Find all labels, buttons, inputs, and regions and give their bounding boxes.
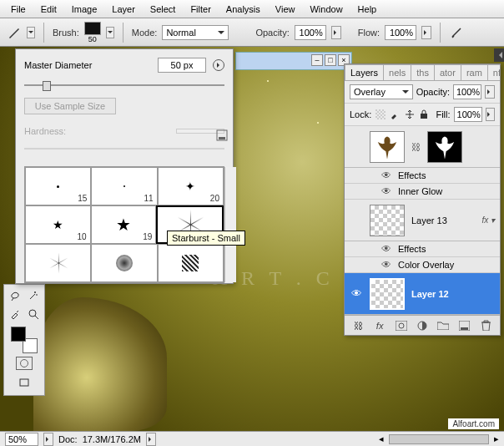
scroll-left-icon[interactable]: ◂ (379, 433, 384, 444)
brush-tool-icon[interactable] (7, 25, 22, 40)
layer-opacity-stepper[interactable] (485, 85, 495, 99)
visibility-icon[interactable]: 👁 (380, 243, 393, 255)
layer-mask-thumbnail[interactable] (427, 131, 462, 163)
menu-help[interactable]: Help (350, 2, 385, 17)
color-swatches[interactable] (11, 327, 38, 353)
menu-file[interactable]: File (3, 2, 33, 17)
panel-collapse-icon[interactable] (494, 48, 504, 62)
menu-image[interactable]: Image (64, 2, 105, 17)
blend-mode-select[interactable]: Normal (162, 25, 229, 40)
screen-mode-icon[interactable] (15, 373, 33, 392)
layer-mask-icon[interactable] (395, 319, 408, 332)
tab-layers[interactable]: Layers × (345, 64, 384, 80)
new-preset-icon[interactable] (216, 129, 228, 141)
brush-preset[interactable] (158, 244, 224, 282)
brush-preset[interactable]: ★19 (91, 205, 157, 244)
menu-edit[interactable]: Edit (33, 2, 64, 17)
brush-preset[interactable] (25, 244, 91, 282)
zoom-tool-icon[interactable] (24, 305, 43, 323)
master-diameter-field[interactable]: 50 px (158, 58, 206, 73)
svg-rect-7 (421, 114, 427, 119)
lock-transparency-icon[interactable] (375, 109, 386, 120)
tab-paths[interactable]: ths (411, 64, 435, 80)
document-tab[interactable]: – □ × (235, 52, 352, 70)
menu-select[interactable]: Select (143, 2, 184, 17)
quick-mask-icon[interactable] (16, 357, 33, 370)
layer-name[interactable]: Layer 13 (411, 215, 475, 226)
layer-item[interactable]: Layer 13 fx ▾ (345, 200, 500, 241)
brush-preset[interactable] (91, 244, 157, 282)
brush-preview-icon[interactable] (84, 22, 101, 35)
lock-position-icon[interactable] (404, 109, 415, 120)
hardness-slider (24, 143, 224, 155)
horizontal-scrollbar[interactable] (389, 434, 489, 444)
adjustment-layer-icon[interactable] (416, 319, 429, 332)
zoom-field[interactable]: 50% (5, 433, 38, 446)
magic-wand-tool-icon[interactable] (24, 286, 43, 305)
doc-info-menu[interactable] (146, 433, 156, 446)
doc-minimize-icon[interactable]: – (311, 54, 323, 66)
zoom-stepper[interactable] (43, 433, 53, 446)
brush-preset[interactable]: 15 (25, 167, 91, 205)
lasso-tool-icon[interactable] (6, 286, 24, 305)
layer-blend-mode-select[interactable]: Overlay (350, 84, 413, 99)
menu-layer[interactable]: Layer (104, 2, 143, 17)
link-icon[interactable]: ⛓ (411, 142, 421, 152)
airbrush-icon[interactable] (449, 25, 464, 40)
opacity-field[interactable]: 100% (295, 25, 326, 40)
effect-item[interactable]: 👁 Color Overlay (345, 257, 500, 273)
group-icon[interactable] (436, 319, 450, 332)
tab-histogram[interactable]: ram (461, 64, 488, 80)
brush-size-value: 50 (88, 35, 97, 43)
brush-preset[interactable]: ★10 (25, 205, 91, 244)
delete-layer-icon[interactable] (479, 319, 492, 332)
brush-preset[interactable]: 11 (91, 167, 157, 205)
tab-navigator[interactable]: ator (434, 64, 461, 80)
menu-window[interactable]: Window (302, 2, 350, 17)
visibility-icon[interactable]: 👁 (380, 185, 393, 197)
tool-preset-dropdown[interactable] (27, 27, 35, 38)
layers-panel: Layers × nels ths ator ram nfo Overlay O… (344, 63, 501, 336)
menu-analysis[interactable]: Analysis (219, 2, 268, 17)
mode-label: Mode: (132, 28, 158, 38)
brush-picker-dropdown[interactable] (106, 27, 114, 38)
link-layers-icon[interactable]: ⛓ (352, 319, 365, 332)
lock-pixels-icon[interactable] (390, 109, 401, 120)
effect-item[interactable]: 👁 Inner Glow (345, 184, 500, 200)
layer-name[interactable]: Layer 12 (411, 289, 495, 299)
use-sample-size-button: Use Sample Size (24, 98, 116, 114)
layer-thumbnail[interactable] (370, 205, 405, 236)
opacity-stepper[interactable] (331, 26, 341, 39)
layer-thumbnail[interactable] (370, 131, 405, 163)
effects-heading[interactable]: 👁 Effects (345, 241, 500, 257)
svg-point-9 (399, 323, 404, 328)
tab-channels[interactable]: nels (383, 64, 411, 80)
diameter-slider[interactable] (24, 79, 224, 91)
new-layer-icon[interactable] (458, 319, 471, 332)
layer-style-icon[interactable]: fx (373, 319, 386, 332)
doc-maximize-icon[interactable]: □ (325, 54, 336, 66)
menu-filter[interactable]: Filter (183, 2, 218, 17)
tab-info[interactable]: nfo (487, 64, 500, 80)
layer-item[interactable]: ⛓ (345, 126, 500, 168)
visibility-icon[interactable]: 👁 (350, 287, 363, 300)
scroll-right-icon[interactable]: ▸ (494, 433, 499, 444)
lock-all-icon[interactable] (418, 109, 429, 120)
brush-preset[interactable]: ✦20 (158, 167, 224, 205)
flow-stepper[interactable] (421, 26, 431, 39)
fill-stepper[interactable] (486, 108, 495, 121)
menu-view[interactable]: View (268, 2, 303, 17)
fill-field[interactable]: 100% (454, 107, 482, 122)
effects-heading[interactable]: 👁 Effects (345, 168, 500, 184)
layer-opacity-field[interactable]: 100% (453, 84, 481, 99)
flow-field[interactable]: 100% (385, 25, 416, 40)
eyedropper-tool-icon[interactable] (6, 305, 24, 323)
visibility-icon[interactable]: 👁 (380, 170, 393, 181)
flyout-menu-icon[interactable] (213, 59, 224, 71)
visibility-icon[interactable]: 👁 (380, 259, 393, 271)
layer-thumbnail[interactable] (370, 278, 405, 310)
preset-scrollbar[interactable] (224, 167, 236, 282)
svg-rect-8 (396, 321, 407, 331)
layer-item-selected[interactable]: 👁 Layer 12 (345, 273, 500, 315)
fx-badge[interactable]: fx ▾ (481, 215, 495, 225)
